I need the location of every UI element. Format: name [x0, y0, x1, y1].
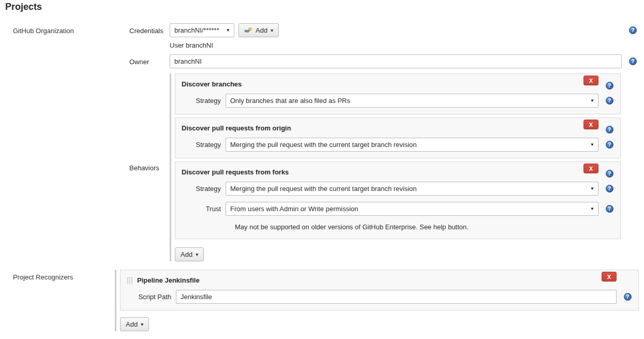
- help-icon[interactable]: ?: [606, 141, 613, 149]
- add-recognizer-label: Add: [126, 320, 138, 329]
- delete-button[interactable]: X: [583, 76, 598, 85]
- add-behavior-label: Add: [181, 250, 192, 259]
- chevron-down-icon: ▾: [141, 322, 143, 327]
- drag-handle-icon[interactable]: [127, 277, 133, 284]
- chunk-title: Pipeline Jenkinsfile: [137, 270, 602, 290]
- project-recognizers-label: Project Recognizers: [0, 270, 115, 281]
- page-title: Projects: [0, 0, 644, 12]
- add-recognizer-button[interactable]: Add ▾: [120, 317, 149, 331]
- script-path-label: Script Path: [127, 293, 176, 301]
- chevron-down-icon: ▼: [590, 143, 595, 147]
- section-github-organization: GitHub Organization Credentials branchNI…: [0, 23, 644, 261]
- chunk-title: Discover pull requests from forks: [182, 162, 583, 182]
- strategy-select-value: Merging the pull request with the curren…: [230, 141, 417, 149]
- recognizer-chunk-pipeline-jenkinsfile: Pipeline Jenkinsfile X Script Path ?: [120, 270, 639, 311]
- credentials-select-value: branchNI/******: [174, 26, 219, 34]
- trust-select-value: From users with Admin or Write permissio…: [230, 205, 358, 213]
- help-icon[interactable]: ?: [629, 26, 637, 34]
- owner-label: Owner: [129, 57, 170, 66]
- recognizers-list: Pipeline Jenkinsfile X Script Path ?: [115, 270, 639, 331]
- strategy-label: Strategy: [182, 141, 226, 149]
- delete-button[interactable]: X: [583, 120, 598, 129]
- help-icon[interactable]: ?: [624, 293, 632, 301]
- strategy-select-value: Merging the pull request with the curren…: [230, 185, 417, 193]
- add-behavior-button[interactable]: Add ▾: [175, 247, 204, 261]
- delete-button[interactable]: X: [602, 272, 617, 282]
- help-icon[interactable]: ?: [606, 126, 613, 134]
- chevron-down-icon: ▼: [590, 187, 595, 191]
- trust-select[interactable]: From users with Admin or Write permissio…: [226, 202, 598, 216]
- add-credentials-label: Add: [256, 26, 267, 35]
- credentials-helper-text: User branchNI: [170, 41, 622, 50]
- chevron-down-icon: ▼: [590, 99, 595, 103]
- behaviors-list: Discover branches X ? Strategy: [170, 73, 621, 261]
- behaviors-label: Behaviors: [129, 164, 170, 172]
- help-icon[interactable]: ?: [606, 97, 613, 105]
- help-icon[interactable]: ?: [606, 82, 613, 90]
- chevron-down-icon: ▾: [271, 28, 273, 33]
- delete-button[interactable]: X: [583, 164, 598, 173]
- credentials-row: Credentials branchNI/****** ▼ Add ▾: [129, 23, 644, 37]
- help-icon[interactable]: ?: [606, 170, 613, 178]
- trust-note: May not be supported on older versions o…: [235, 223, 620, 231]
- strategy-label: Strategy: [182, 97, 226, 105]
- script-path-input[interactable]: [176, 290, 617, 304]
- chunk-title: Discover pull requests from origin: [182, 118, 583, 138]
- behavior-chunk-discover-branches: Discover branches X ? Strategy: [175, 73, 621, 114]
- help-icon[interactable]: ?: [606, 185, 613, 193]
- config-form: GitHub Organization Credentials branchNI…: [0, 23, 644, 331]
- trust-label: Trust: [182, 205, 226, 213]
- chevron-down-icon: ▼: [226, 28, 231, 33]
- key-icon: [244, 27, 252, 33]
- credentials-select[interactable]: branchNI/****** ▼: [170, 23, 234, 37]
- chevron-down-icon: ▼: [590, 207, 595, 211]
- strategy-select[interactable]: Merging the pull request with the curren…: [226, 182, 598, 196]
- credentials-helper-row: User branchNI: [129, 41, 644, 50]
- help-icon[interactable]: ?: [606, 205, 613, 213]
- behaviors-row: Behaviors Discover branches X ?: [129, 73, 644, 261]
- add-credentials-button[interactable]: Add ▾: [238, 23, 279, 37]
- owner-row: Owner ?: [129, 54, 644, 68]
- credentials-label: Credentials: [129, 26, 170, 35]
- strategy-label: Strategy: [182, 185, 226, 193]
- strategy-select[interactable]: Merging the pull request with the curren…: [226, 138, 598, 152]
- strategy-select-value: Only branches that are also filed as PRs: [230, 97, 350, 105]
- chevron-down-icon: ▾: [196, 252, 198, 257]
- github-organization-label: GitHub Organization: [0, 23, 129, 35]
- section-project-recognizers: Project Recognizers Pipeline Jenkinsfile…: [0, 270, 644, 331]
- help-icon[interactable]: ?: [629, 57, 637, 65]
- strategy-select[interactable]: Only branches that are also filed as PRs…: [226, 94, 598, 108]
- owner-input[interactable]: [170, 54, 622, 68]
- chunk-title: Discover branches: [182, 74, 583, 94]
- behavior-chunk-discover-pr-origin: Discover pull requests from origin X ? S…: [175, 117, 621, 158]
- behavior-chunk-discover-pr-forks: Discover pull requests from forks X ? St…: [175, 161, 621, 239]
